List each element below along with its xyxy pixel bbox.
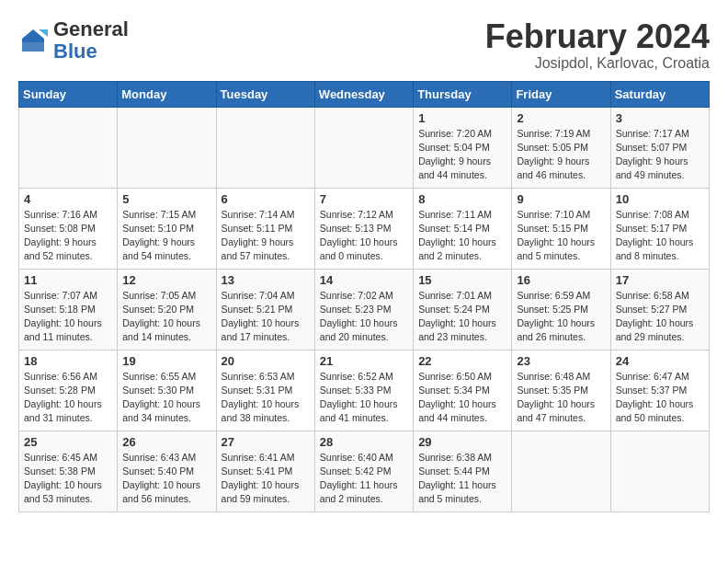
day-number: 1 [418, 111, 506, 125]
calendar-cell: 21Sunrise: 6:52 AMSunset: 5:33 PMDayligh… [314, 350, 413, 431]
day-number: 26 [122, 435, 210, 449]
dow-header-wednesday: Wednesday [314, 81, 413, 107]
day-number: 17 [616, 273, 704, 287]
day-number: 29 [418, 435, 506, 449]
day-number: 25 [24, 435, 112, 449]
day-info: Sunrise: 7:12 AMSunset: 5:13 PMDaylight:… [320, 208, 408, 264]
calendar-cell: 3Sunrise: 7:17 AMSunset: 5:07 PMDaylight… [610, 107, 709, 188]
calendar-cell: 28Sunrise: 6:40 AMSunset: 5:42 PMDayligh… [314, 431, 413, 511]
calendar-cell: 15Sunrise: 7:01 AMSunset: 5:24 PMDayligh… [414, 269, 512, 350]
calendar-cell: 20Sunrise: 6:53 AMSunset: 5:31 PMDayligh… [216, 350, 314, 431]
day-number: 12 [122, 273, 210, 287]
day-number: 3 [616, 111, 704, 125]
dow-header-thursday: Thursday [414, 81, 512, 107]
calendar-cell: 6Sunrise: 7:14 AMSunset: 5:11 PMDaylight… [216, 188, 314, 269]
day-number: 18 [24, 354, 112, 368]
day-info: Sunrise: 6:50 AMSunset: 5:34 PMDaylight:… [418, 370, 506, 426]
day-info: Sunrise: 7:01 AMSunset: 5:24 PMDaylight:… [418, 289, 506, 345]
calendar-cell [314, 107, 413, 188]
title-block: February 2024 Josipdol, Karlovac, Croati… [485, 18, 710, 72]
calendar-cell: 27Sunrise: 6:41 AMSunset: 5:41 PMDayligh… [216, 431, 314, 511]
calendar-cell: 13Sunrise: 7:04 AMSunset: 5:21 PMDayligh… [216, 269, 314, 350]
day-number: 8 [418, 192, 506, 206]
day-number: 11 [24, 273, 112, 287]
calendar-cell: 4Sunrise: 7:16 AMSunset: 5:08 PMDaylight… [19, 188, 118, 269]
logo-icon [18, 26, 48, 55]
dow-header-friday: Friday [512, 81, 610, 107]
day-number: 22 [418, 354, 506, 368]
day-number: 5 [122, 192, 210, 206]
day-number: 21 [320, 354, 408, 368]
day-number: 27 [222, 435, 310, 449]
calendar-cell: 14Sunrise: 7:02 AMSunset: 5:23 PMDayligh… [314, 269, 413, 350]
day-info: Sunrise: 6:45 AMSunset: 5:38 PMDaylight:… [24, 451, 112, 507]
day-number: 6 [222, 192, 310, 206]
day-number: 2 [517, 111, 605, 125]
day-number: 28 [320, 435, 408, 449]
dow-header-monday: Monday [118, 81, 216, 107]
day-info: Sunrise: 6:38 AMSunset: 5:44 PMDaylight:… [418, 451, 506, 507]
calendar-cell [216, 107, 314, 188]
day-info: Sunrise: 6:47 AMSunset: 5:37 PMDaylight:… [616, 370, 704, 426]
calendar-cell: 9Sunrise: 7:10 AMSunset: 5:15 PMDaylight… [512, 188, 610, 269]
day-info: Sunrise: 6:41 AMSunset: 5:41 PMDaylight:… [222, 451, 310, 507]
logo: General Blue [18, 18, 129, 63]
calendar-cell: 22Sunrise: 6:50 AMSunset: 5:34 PMDayligh… [414, 350, 512, 431]
calendar-cell: 16Sunrise: 6:59 AMSunset: 5:25 PMDayligh… [512, 269, 610, 350]
calendar-cell: 29Sunrise: 6:38 AMSunset: 5:44 PMDayligh… [414, 431, 512, 511]
day-info: Sunrise: 6:52 AMSunset: 5:33 PMDaylight:… [320, 370, 408, 426]
day-info: Sunrise: 6:59 AMSunset: 5:25 PMDaylight:… [517, 289, 605, 345]
day-number: 16 [517, 273, 605, 287]
page-header: General Blue February 2024 Josipdol, Kar… [18, 18, 710, 72]
day-number: 20 [222, 354, 310, 368]
day-info: Sunrise: 6:40 AMSunset: 5:42 PMDaylight:… [320, 451, 408, 507]
day-number: 23 [517, 354, 605, 368]
day-info: Sunrise: 6:55 AMSunset: 5:30 PMDaylight:… [122, 370, 210, 426]
day-info: Sunrise: 7:16 AMSunset: 5:08 PMDaylight:… [24, 208, 112, 264]
day-number: 9 [517, 192, 605, 206]
calendar-cell: 26Sunrise: 6:43 AMSunset: 5:40 PMDayligh… [118, 431, 216, 511]
svg-rect-2 [22, 42, 44, 52]
calendar-cell: 25Sunrise: 6:45 AMSunset: 5:38 PMDayligh… [19, 431, 118, 511]
calendar-cell: 2Sunrise: 7:19 AMSunset: 5:05 PMDaylight… [512, 107, 610, 188]
calendar-cell: 18Sunrise: 6:56 AMSunset: 5:28 PMDayligh… [19, 350, 118, 431]
day-number: 19 [122, 354, 210, 368]
day-info: Sunrise: 7:08 AMSunset: 5:17 PMDaylight:… [616, 208, 704, 264]
day-number: 13 [222, 273, 310, 287]
calendar-cell: 17Sunrise: 6:58 AMSunset: 5:27 PMDayligh… [610, 269, 709, 350]
calendar-cell: 23Sunrise: 6:48 AMSunset: 5:35 PMDayligh… [512, 350, 610, 431]
day-info: Sunrise: 7:11 AMSunset: 5:14 PMDaylight:… [418, 208, 506, 264]
calendar-cell: 1Sunrise: 7:20 AMSunset: 5:04 PMDaylight… [414, 107, 512, 188]
day-info: Sunrise: 7:15 AMSunset: 5:10 PMDaylight:… [122, 208, 210, 264]
calendar-cell: 5Sunrise: 7:15 AMSunset: 5:10 PMDaylight… [118, 188, 216, 269]
day-info: Sunrise: 7:02 AMSunset: 5:23 PMDaylight:… [320, 289, 408, 345]
day-info: Sunrise: 7:04 AMSunset: 5:21 PMDaylight:… [222, 289, 310, 345]
calendar-cell [118, 107, 216, 188]
calendar-cell: 8Sunrise: 7:11 AMSunset: 5:14 PMDaylight… [414, 188, 512, 269]
calendar-cell [610, 431, 709, 511]
logo-text: General Blue [53, 18, 129, 63]
calendar-cell: 7Sunrise: 7:12 AMSunset: 5:13 PMDaylight… [314, 188, 413, 269]
day-info: Sunrise: 7:20 AMSunset: 5:04 PMDaylight:… [418, 127, 506, 183]
calendar-table: SundayMondayTuesdayWednesdayThursdayFrid… [18, 81, 710, 512]
day-number: 14 [320, 273, 408, 287]
day-info: Sunrise: 6:53 AMSunset: 5:31 PMDaylight:… [222, 370, 310, 426]
day-number: 15 [418, 273, 506, 287]
calendar-cell [19, 107, 118, 188]
calendar-cell: 12Sunrise: 7:05 AMSunset: 5:20 PMDayligh… [118, 269, 216, 350]
day-info: Sunrise: 7:17 AMSunset: 5:07 PMDaylight:… [616, 127, 704, 183]
day-info: Sunrise: 7:05 AMSunset: 5:20 PMDaylight:… [122, 289, 210, 345]
day-info: Sunrise: 7:19 AMSunset: 5:05 PMDaylight:… [517, 127, 605, 183]
dow-header-saturday: Saturday [610, 81, 709, 107]
day-number: 4 [24, 192, 112, 206]
dow-header-tuesday: Tuesday [216, 81, 314, 107]
calendar-cell: 24Sunrise: 6:47 AMSunset: 5:37 PMDayligh… [610, 350, 709, 431]
calendar-cell: 19Sunrise: 6:55 AMSunset: 5:30 PMDayligh… [118, 350, 216, 431]
day-info: Sunrise: 7:10 AMSunset: 5:15 PMDaylight:… [517, 208, 605, 264]
calendar-cell: 11Sunrise: 7:07 AMSunset: 5:18 PMDayligh… [19, 269, 118, 350]
day-info: Sunrise: 7:14 AMSunset: 5:11 PMDaylight:… [222, 208, 310, 264]
day-info: Sunrise: 6:56 AMSunset: 5:28 PMDaylight:… [24, 370, 112, 426]
calendar-cell [512, 431, 610, 511]
day-number: 24 [616, 354, 704, 368]
calendar-cell: 10Sunrise: 7:08 AMSunset: 5:17 PMDayligh… [610, 188, 709, 269]
